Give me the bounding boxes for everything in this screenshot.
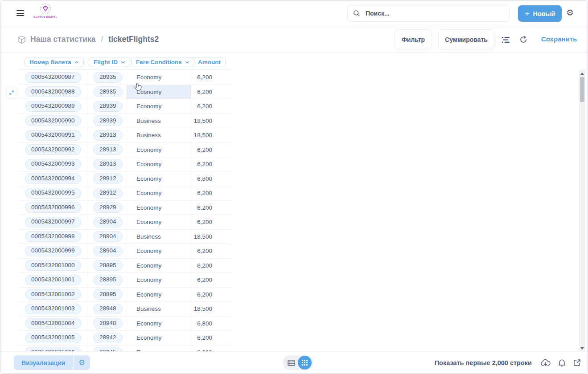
settings-gear-icon[interactable]: ⚙ <box>566 7 574 19</box>
table-row[interactable]: 0005432000989 28939 Economy 6,200 <box>18 99 231 114</box>
flight-id-pill[interactable]: 28948 <box>93 318 123 329</box>
flight-id-pill[interactable]: 28913 <box>93 130 123 141</box>
cell-amount[interactable]: 6,200 <box>191 99 231 114</box>
cell-flight-id[interactable]: 28904 <box>87 215 127 229</box>
cell-ticket-number[interactable]: 0005432000989 <box>18 99 87 114</box>
flight-id-pill[interactable]: 28895 <box>93 275 123 285</box>
ticket-pill[interactable]: 0005432000999 <box>25 246 81 256</box>
page-title[interactable]: ticketFlights2 <box>108 35 159 44</box>
cell-flight-id[interactable]: 28929 <box>87 201 127 215</box>
ticket-pill[interactable]: 0005432000990 <box>25 115 81 126</box>
cell-ticket-number[interactable]: 0005432001005 <box>18 331 87 345</box>
scrollbar-thumb[interactable] <box>580 77 584 102</box>
flight-id-pill[interactable]: 28913 <box>93 159 123 170</box>
table-row[interactable]: 0005432000987 28935 Economy 6,200 <box>18 70 231 85</box>
cell-flight-id[interactable]: 28895 <box>87 259 127 273</box>
cell-amount[interactable]: 6,800 <box>191 317 231 331</box>
table-row[interactable]: 0005432001004 28948 Economy 6,800 <box>18 317 231 331</box>
cell-flight-id[interactable]: 28895 <box>87 288 127 302</box>
cell-amount[interactable]: 6,200 <box>191 288 231 302</box>
cell-ticket-number[interactable]: 0005432001001 <box>18 273 87 287</box>
ticket-pill[interactable]: 0005432001002 <box>25 289 81 300</box>
cell-flight-id[interactable]: 28945 <box>87 346 127 352</box>
ticket-pill[interactable]: 0005432000994 <box>25 173 81 184</box>
cell-fare-conditions[interactable]: Economy <box>127 331 191 345</box>
cell-ticket-number[interactable]: 0005432001006 <box>18 346 87 352</box>
cell-amount[interactable]: 6,800 <box>191 172 231 186</box>
cell-amount[interactable]: 6,200 <box>191 157 231 171</box>
scroll-down-arrow[interactable] <box>580 347 584 350</box>
download-icon[interactable] <box>541 359 551 367</box>
cell-fare-conditions[interactable]: Economy <box>127 259 191 273</box>
cell-ticket-number[interactable]: 0005432000987 <box>18 70 87 85</box>
expand-row-button[interactable] <box>6 87 17 98</box>
cell-amount[interactable]: 6,200 <box>191 70 231 85</box>
flight-id-pill[interactable]: 28904 <box>93 246 123 256</box>
flight-id-pill[interactable]: 28935 <box>93 86 123 97</box>
bell-icon[interactable] <box>558 358 566 367</box>
ticket-pill[interactable]: 0005432001001 <box>25 275 81 285</box>
cell-amount[interactable]: 18,500 <box>191 128 231 142</box>
cell-amount[interactable]: 6,200 <box>191 201 231 215</box>
column-header-amount[interactable]: Amount <box>191 57 231 69</box>
cell-flight-id[interactable]: 28895 <box>87 273 127 287</box>
cell-amount[interactable]: 18,500 <box>191 302 231 316</box>
cell-amount[interactable]: 6,200 <box>191 85 231 99</box>
cell-flight-id[interactable]: 28904 <box>87 230 127 244</box>
cell-fare-conditions[interactable]: Business <box>127 114 191 128</box>
table-row[interactable]: 0005432000992 28913 Economy 6,200 <box>18 143 231 158</box>
table-row[interactable]: 0005432000998 28904 Business 18,500 <box>18 230 231 244</box>
cell-ticket-number[interactable]: 0005432001003 <box>18 302 87 316</box>
flight-id-pill[interactable]: 28939 <box>93 115 123 126</box>
table-row[interactable]: 0005432000990 28939 Business 18,500 <box>18 114 231 129</box>
cell-ticket-number[interactable]: 0005432000999 <box>18 244 87 258</box>
cell-fare-conditions[interactable]: Economy <box>127 244 191 258</box>
cell-amount[interactable]: 6,200 <box>191 346 231 352</box>
cell-fare-conditions[interactable]: Economy <box>127 346 191 352</box>
cell-fare-conditions[interactable]: Economy <box>127 215 191 229</box>
cell-flight-id[interactable]: 28935 <box>87 85 127 99</box>
cell-amount[interactable]: 6,200 <box>191 186 231 200</box>
cell-ticket-number[interactable]: 0005432000991 <box>18 128 87 142</box>
flight-id-pill[interactable]: 28904 <box>93 231 123 242</box>
flight-id-pill[interactable]: 28912 <box>93 173 123 184</box>
cell-ticket-number[interactable]: 0005432000994 <box>18 172 87 186</box>
cell-ticket-number[interactable]: 0005432000995 <box>18 186 87 200</box>
table-row[interactable]: 0005432001000 28895 Economy 6,200 <box>18 259 231 273</box>
cell-amount[interactable]: 6,200 <box>191 331 231 345</box>
ticket-pill[interactable]: 0005432000997 <box>25 217 81 228</box>
search-box[interactable] <box>347 5 510 22</box>
flight-id-pill[interactable]: 28942 <box>93 333 123 343</box>
search-input[interactable] <box>365 9 504 17</box>
table-row[interactable]: 0005432001006 28945 Economy 6,200 <box>18 346 231 352</box>
cell-fare-conditions[interactable]: Economy <box>127 186 191 200</box>
cell-ticket-number[interactable]: 0005432000992 <box>18 143 87 157</box>
cell-fare-conditions[interactable]: Economy <box>127 273 191 287</box>
cell-fare-conditions[interactable]: Economy <box>127 143 191 157</box>
cell-amount[interactable]: 6,200 <box>191 259 231 273</box>
column-header-flight-id[interactable]: Flight ID <box>87 57 127 69</box>
cell-flight-id[interactable]: 28939 <box>87 114 127 128</box>
flight-id-pill[interactable]: 28895 <box>93 289 123 300</box>
cell-amount[interactable]: 6,200 <box>191 273 231 287</box>
cell-fare-conditions[interactable]: Economy <box>127 85 191 99</box>
flight-id-pill[interactable]: 28935 <box>93 72 123 83</box>
ticket-pill[interactable]: 0005432000995 <box>25 188 81 199</box>
table-row[interactable]: 0005432000993 28913 Economy 6,200 <box>18 157 231 172</box>
cell-flight-id[interactable]: 28939 <box>87 99 127 114</box>
cell-flight-id[interactable]: 28948 <box>87 302 127 316</box>
new-button[interactable]: + Новый <box>518 5 562 22</box>
cell-ticket-number[interactable]: 0005432000998 <box>18 230 87 244</box>
ticket-pill[interactable]: 0005432000989 <box>25 101 81 112</box>
cell-ticket-number[interactable]: 0005432001000 <box>18 259 87 273</box>
table-row[interactable]: 0005432001002 28895 Economy 6,200 <box>18 288 231 302</box>
table-row[interactable]: 0005432000988 28935 Economy 6,200 <box>18 85 231 100</box>
cell-flight-id[interactable]: 28913 <box>87 128 127 142</box>
visualization-button[interactable]: Визуализация <box>14 355 73 370</box>
grid-view-icon-active[interactable] <box>298 356 312 370</box>
table-row[interactable]: 0005432000995 28912 Economy 6,200 <box>18 186 231 201</box>
cell-flight-id[interactable]: 28913 <box>87 143 127 157</box>
cell-ticket-number[interactable]: 0005432000996 <box>18 201 87 215</box>
cell-fare-conditions[interactable]: Economy <box>127 157 191 171</box>
cell-fare-conditions[interactable]: Economy <box>127 317 191 331</box>
